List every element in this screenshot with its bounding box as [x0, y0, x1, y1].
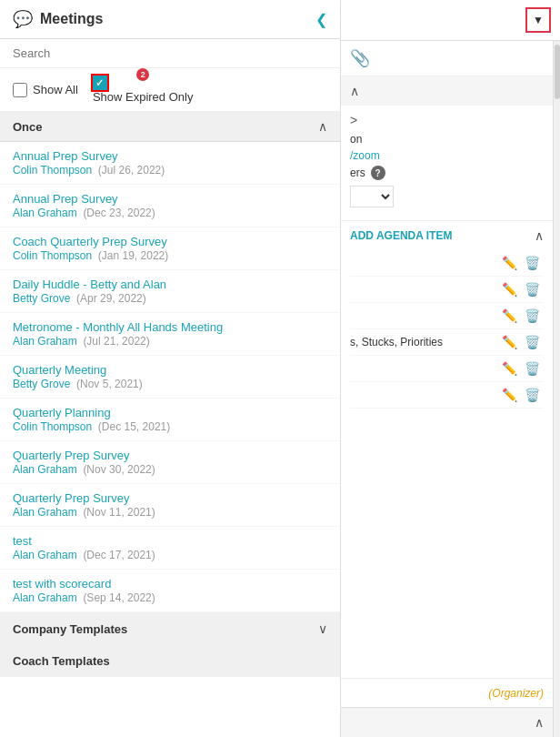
helpers-label: ers [350, 167, 365, 179]
right-top-bar: ▼ [341, 0, 560, 41]
agenda-delete-button[interactable]: 🗑️ [521, 359, 544, 378]
meeting-name: Quarterly Prep Survey [13, 449, 327, 462]
meeting-author: Colin Thompson [13, 164, 92, 177]
filter-row: Show All Show Expired Only [0, 68, 340, 112]
meeting-item[interactable]: Quarterly Meeting Betty Grove (Nov 5, 20… [0, 356, 340, 399]
meeting-date: (Jul 26, 2022) [98, 164, 165, 177]
right-panel-scrollbar[interactable] [553, 41, 560, 737]
coach-section-title: Coach Templates [13, 654, 110, 668]
meeting-author: Alan Graham [13, 463, 77, 476]
meeting-name: test with scorecard [13, 577, 327, 591]
collapsible-content: > on /zoom ers ? [341, 106, 553, 220]
meeting-item[interactable]: Annual Prep Survey Alan Graham (Dec 23, … [0, 185, 340, 227]
attachment-icon[interactable]: 📎 [350, 48, 370, 68]
collapsible-section: ∧ > on /zoom ers [341, 76, 553, 221]
right-content: 📎 ∧ > on /zoom [341, 41, 553, 737]
meeting-author: Colin Thompson [13, 249, 92, 262]
meeting-meta: Alan Graham (Sep 14, 2022) [13, 591, 327, 604]
meeting-date: (Dec 15, 2021) [98, 420, 170, 433]
meeting-date: (Jul 21, 2022) [83, 335, 149, 348]
agenda-edit-button[interactable]: ✏️ [498, 359, 521, 378]
meeting-item[interactable]: test with scorecard Alan Graham (Sep 14,… [0, 570, 340, 612]
agenda-item: ✏️ 🗑️ [350, 250, 544, 277]
on-label: on [350, 133, 362, 146]
agenda-item: s, Stucks, Priorities ✏️ 🗑️ [350, 329, 544, 356]
header-chevron-icon[interactable]: ❮ [315, 11, 327, 28]
agenda-delete-button[interactable]: 🗑️ [521, 280, 544, 298]
meeting-author: Betty Grove [13, 292, 70, 305]
agenda-edit-button[interactable]: ✏️ [498, 307, 521, 325]
agenda-delete-button[interactable]: 🗑️ [521, 307, 544, 325]
meeting-item[interactable]: Annual Prep Survey Colin Thompson (Jul 2… [0, 142, 340, 185]
company-section-chevron-icon: ∨ [318, 621, 327, 636]
meeting-name: Quarterly Planning [13, 406, 327, 419]
attachment-toolbar: 📎 [341, 41, 553, 76]
add-agenda-title: ADD AGENDA ITEM [350, 229, 452, 242]
show-all-checkbox[interactable] [13, 83, 27, 97]
agenda-delete-button[interactable]: 🗑️ [521, 386, 544, 404]
meetings-title: Meetings [40, 11, 315, 27]
meeting-name: Quarterly Meeting [13, 363, 327, 377]
meeting-meta: Betty Grove (Apr 29, 2022) [13, 292, 327, 305]
dropdown-button[interactable]: ▼ [525, 7, 551, 33]
agenda-item: ✏️ 🗑️ [350, 382, 544, 409]
meeting-date: (Sep 14, 2022) [83, 591, 155, 604]
meetings-icon: 💬 [13, 9, 33, 29]
meeting-date: (Dec 23, 2022) [83, 207, 155, 219]
meetings-header: 💬 Meetings ❮ [0, 0, 340, 39]
meeting-item[interactable]: Daily Huddle - Betty and Alan Betty Grov… [0, 270, 340, 313]
zoom-link[interactable]: /zoom [350, 149, 380, 162]
meeting-item[interactable]: Quarterly Prep Survey Alan Graham (Nov 3… [0, 441, 340, 484]
agenda-edit-button[interactable]: ✏️ [498, 280, 521, 298]
agenda-header: ADD AGENDA ITEM ∧ [350, 228, 544, 243]
once-section-title: Once [13, 120, 43, 134]
agenda-item-text: s, Stucks, Priorities [350, 336, 498, 348]
show-expired-checkbox[interactable] [93, 76, 107, 90]
meeting-item[interactable]: Metronome - Monthly All Hands Meeting Al… [0, 313, 340, 356]
agenda-edit-button[interactable]: ✏️ [498, 333, 521, 351]
meeting-item[interactable]: Quarterly Prep Survey Alan Graham (Nov 1… [0, 484, 340, 527]
coach-section-header[interactable]: Coach Templates [0, 645, 340, 677]
agenda-collapse-icon[interactable]: ∧ [535, 228, 544, 243]
company-section-title: Company Templates [13, 622, 127, 636]
collapsible-header[interactable]: ∧ [341, 76, 553, 106]
meeting-name: Coach Quarterly Prep Survey [13, 235, 327, 248]
organizer-label: (Organizer) [488, 687, 544, 700]
nav-right-icon[interactable]: > [350, 113, 357, 127]
agenda-edit-button[interactable]: ✏️ [498, 386, 521, 404]
meeting-meta: Alan Graham (Nov 30, 2022) [13, 463, 327, 476]
agenda-edit-button[interactable]: ✏️ [498, 254, 521, 272]
agenda-delete-button[interactable]: 🗑️ [521, 333, 544, 351]
help-icon[interactable]: ? [371, 166, 385, 180]
right-panel: ▼ 📎 ∧ > on [341, 0, 560, 737]
meeting-meta: Alan Graham (Dec 17, 2021) [13, 549, 327, 561]
meeting-item[interactable]: Quarterly Planning Colin Thompson (Dec 1… [0, 399, 340, 441]
show-all-label: Show All [33, 83, 78, 96]
show-all-checkbox-item[interactable]: Show All [13, 83, 78, 97]
search-input[interactable] [13, 46, 327, 60]
search-bar [0, 39, 340, 68]
bottom-chevron-icon: ∧ [535, 715, 544, 730]
meeting-author: Alan Graham [13, 335, 77, 348]
meeting-date: (Jan 19, 2022) [98, 249, 168, 262]
meeting-name: Quarterly Prep Survey [13, 491, 327, 505]
show-expired-label: Show Expired Only [93, 90, 194, 104]
bottom-section-header[interactable]: ∧ [341, 707, 553, 737]
meeting-author: Alan Graham [13, 506, 77, 519]
agenda-delete-button[interactable]: 🗑️ [521, 254, 544, 272]
show-expired-checkbox-item[interactable]: Show Expired Only [93, 76, 194, 104]
meeting-name: Daily Huddle - Betty and Alan [13, 278, 327, 291]
meeting-meta: Alan Graham (Jul 21, 2022) [13, 335, 327, 348]
scrollbar-thumb [555, 45, 560, 99]
meeting-name: test [13, 534, 327, 548]
helpers-select[interactable] [350, 186, 394, 207]
company-section-header[interactable]: Company Templates ∨ [0, 612, 340, 645]
meeting-item[interactable]: Coach Quarterly Prep Survey Colin Thomps… [0, 227, 340, 270]
once-section-header[interactable]: Once ∧ [0, 112, 340, 142]
meeting-item[interactable]: test Alan Graham (Dec 17, 2021) [0, 527, 340, 570]
meeting-name: Annual Prep Survey [13, 192, 327, 206]
meeting-meta: Colin Thompson (Jul 26, 2022) [13, 164, 327, 177]
meeting-meta: Alan Graham (Nov 11, 2021) [13, 506, 327, 519]
meeting-author: Alan Graham [13, 207, 77, 219]
meeting-author: Betty Grove [13, 378, 70, 390]
